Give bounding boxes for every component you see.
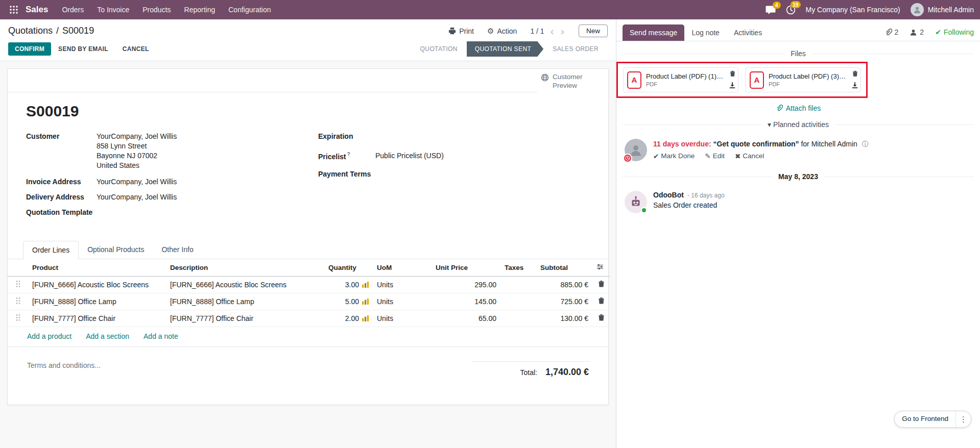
pricelist-field[interactable]: Public Pricelist (USD) [375,152,444,161]
planned-activities-header[interactable]: ▾Planned activities [623,120,974,129]
taxes-cell[interactable] [500,276,536,293]
delete-row-icon[interactable] [592,293,610,310]
activities-clock-icon[interactable]: 19 [786,5,796,15]
optional-columns-icon[interactable] [592,259,610,277]
description-cell[interactable]: [FURN_8888] Office Lamp [166,293,324,310]
followers-counter[interactable]: 2 [910,28,924,36]
unit-price-cell[interactable]: 65.00 [432,310,500,327]
delete-attachment-icon[interactable] [730,70,735,78]
uom-column-header[interactable]: UoM [373,259,432,277]
delivery-address-field[interactable]: YourCompany, Joel Willis [97,193,177,202]
menu-configuration[interactable]: Configuration [222,0,277,19]
taxes-cell[interactable] [500,293,536,310]
activity-overdue-text: 11 days overdue: [653,140,711,148]
messages-icon[interactable]: 4 [766,6,776,14]
quantity-column-header[interactable]: Quantity [324,259,373,277]
tab-order-lines[interactable]: Order Lines [23,241,79,259]
taxes-cell[interactable] [500,310,536,327]
pager-previous-icon[interactable]: ‹ [549,26,555,36]
collapse-caret-icon: ▾ [768,120,771,129]
customer-preview-link[interactable]: Customer Preview [537,69,608,92]
expiration-field[interactable] [375,132,437,141]
pricelist-help-icon[interactable]: ? [347,152,350,157]
person-icon [910,29,917,36]
attachment-card[interactable]: A Product Label (PDF) (3).pdf PDF [746,67,861,92]
pager-value[interactable]: 1 / 1 [530,27,544,35]
menu-to-invoice[interactable]: To Invoice [90,0,136,19]
menu-products[interactable]: Products [136,0,177,19]
drag-handle-icon[interactable] [8,276,28,293]
unit-price-cell[interactable]: 145.00 [432,293,500,310]
pager-next-icon[interactable]: › [560,26,565,36]
app-name[interactable]: Sales [26,5,48,15]
quantity-cell[interactable]: 3.00 [324,276,373,293]
apps-grid-icon[interactable] [6,5,21,14]
menu-orders[interactable]: Orders [55,0,90,19]
unit-price-cell[interactable]: 295.00 [432,276,500,293]
taxes-column-header[interactable]: Taxes [500,259,536,277]
forecast-icon[interactable] [362,298,369,305]
payment-terms-field[interactable] [375,170,437,179]
quotation-template-field[interactable] [97,208,158,217]
delete-row-icon[interactable] [592,310,610,327]
download-attachment-icon[interactable] [852,82,858,90]
uom-cell[interactable]: Units [373,293,432,310]
add-a-note-link[interactable]: Add a note [144,332,178,340]
description-cell[interactable]: [FURN_6666] Acoustic Bloc Screens [166,276,324,293]
attachments-counter[interactable]: 2 [885,28,899,36]
paperclip-icon [776,105,783,112]
tab-optional-products[interactable]: Optional Products [79,241,153,259]
kebab-menu-icon[interactable]: ⋮ [955,411,971,427]
attach-files-button[interactable]: Attach files [616,104,980,112]
quantity-cell[interactable]: 5.00 [324,293,373,310]
print-button[interactable]: Print [448,27,474,35]
add-a-section-link[interactable]: Add a section [86,332,129,340]
menu-reporting[interactable]: Reporting [178,0,222,19]
uom-cell[interactable]: Units [373,276,432,293]
description-column-header[interactable]: Description [166,259,324,277]
activities-button[interactable]: Activities [727,24,769,41]
state-sales-order[interactable]: SALES ORDER [543,41,608,57]
send-message-button[interactable]: Send message [623,24,684,41]
quantity-cell[interactable]: 2.00 [324,310,373,327]
product-column-header[interactable]: Product [28,259,166,277]
send-by-email-button[interactable]: SEND BY EMAIL [51,42,115,56]
download-attachment-icon[interactable] [729,82,735,90]
unit-price-column-header[interactable]: Unit Price [432,259,500,277]
add-a-product-link[interactable]: Add a product [27,332,71,340]
action-button[interactable]: ⚙ Action [487,27,517,36]
drag-handle-icon[interactable] [8,293,28,310]
terms-and-conditions-placeholder[interactable]: Terms and conditions... [26,361,101,378]
company-switcher[interactable]: My Company (San Francisco) [806,6,900,14]
go-to-frontend-button[interactable]: Go to Frontend ⋮ [894,411,971,428]
user-menu[interactable]: Mitchell Admin [911,3,974,16]
attachment-card[interactable]: A Product Label (PDF) (1).pdf PDF [623,67,738,92]
message-author[interactable]: OdooBot [653,191,684,199]
log-note-button[interactable]: Log note [684,24,727,41]
confirm-button[interactable]: CONFIRM [8,42,51,56]
state-quotation[interactable]: QUOTATION [411,41,467,57]
invoice-address-field[interactable]: YourCompany, Joel Willis [97,178,177,186]
description-cell[interactable]: [FURN_7777] Office Chair [166,310,324,327]
mark-done-button[interactable]: ✔Mark Done [653,152,695,160]
forecast-icon[interactable] [362,282,369,288]
drag-handle-icon[interactable] [8,310,28,327]
customer-field[interactable]: YourCompany, Joel Willis 858 Lynn Street… [97,132,177,171]
activity-info-icon[interactable]: ⓘ [862,140,869,148]
product-cell[interactable]: [FURN_8888] Office Lamp [28,293,166,310]
product-cell[interactable]: [FURN_6666] Acoustic Bloc Screens [28,276,166,293]
following-button[interactable]: ✔ Following [935,28,974,36]
cancel-button[interactable]: CANCEL [115,42,156,56]
delete-row-icon[interactable] [592,276,610,293]
tab-other-info[interactable]: Other Info [153,241,202,259]
delete-attachment-icon[interactable] [852,70,858,78]
breadcrumb-quotations[interactable]: Quotations [8,26,53,36]
edit-activity-button[interactable]: ✎Edit [705,152,725,160]
product-cell[interactable]: [FURN_7777] Office Chair [28,310,166,327]
forecast-icon[interactable] [362,315,369,321]
uom-cell[interactable]: Units [373,310,432,327]
cancel-activity-button[interactable]: ✖Cancel [735,152,764,160]
new-button[interactable]: New [579,24,608,37]
subtotal-column-header[interactable]: Subtotal [536,259,592,277]
state-quotation-sent[interactable]: QUOTATION SENT [467,41,544,57]
